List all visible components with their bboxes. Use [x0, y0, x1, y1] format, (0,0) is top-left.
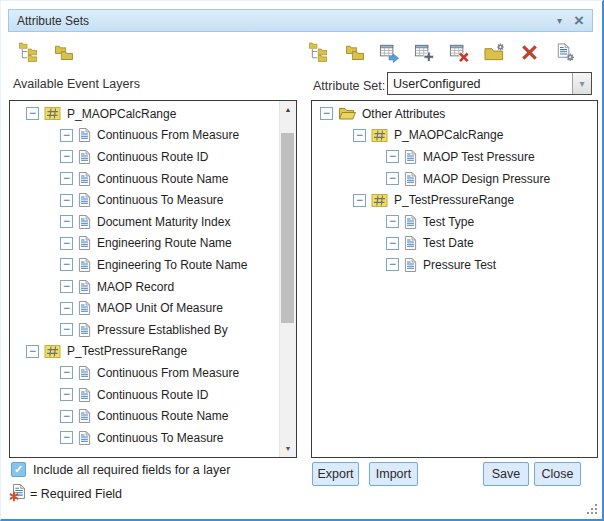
field-icon — [404, 149, 417, 165]
folders-icon — [53, 42, 74, 63]
collapse-icon[interactable]: − — [26, 107, 39, 120]
collapse-icon[interactable]: − — [60, 215, 73, 228]
collapse-icon[interactable]: − — [60, 410, 73, 423]
expand-event-layers-tree-button[interactable] — [17, 40, 41, 64]
toolbar — [8, 40, 593, 66]
include-required-fields-label: Include all required fields for a layer — [33, 463, 230, 477]
delete-attribute-set-button[interactable] — [517, 40, 541, 64]
collapse-icon[interactable]: − — [320, 107, 333, 120]
available-event-layers-label: Available Event Layers — [13, 77, 140, 91]
tree-item[interactable]: −Engineering To Route Name — [10, 254, 280, 276]
import-button[interactable]: Import — [369, 462, 418, 486]
window-menu-icon[interactable]: ▾ — [557, 15, 562, 26]
collapse-icon[interactable]: − — [60, 323, 73, 336]
field-icon — [78, 279, 91, 295]
collapse-icon[interactable]: − — [386, 215, 399, 228]
scroll-down-icon[interactable]: ▼ — [280, 441, 296, 456]
tree-item[interactable]: −Continuous From Measure — [10, 125, 280, 147]
table-add-icon — [414, 42, 435, 63]
field-icon — [404, 257, 417, 273]
save-button[interactable]: Save — [483, 462, 529, 486]
export-button[interactable]: Export — [312, 462, 359, 486]
tree-item[interactable]: −Continuous To Measure — [10, 427, 280, 449]
tree-item[interactable]: −Continuous Route Name — [10, 405, 280, 427]
document-gear-icon — [554, 42, 575, 63]
event-layer-icon — [44, 106, 61, 121]
field-icon — [404, 171, 417, 187]
group-attribute-folders-button[interactable] — [342, 40, 366, 64]
tree-item[interactable]: −MAOP Record — [10, 276, 280, 298]
close-button[interactable]: Close — [534, 462, 581, 486]
tree-item[interactable]: −Test Type — [312, 211, 597, 233]
tree-item[interactable]: −Continuous Route ID — [10, 146, 280, 168]
collapse-icon[interactable]: − — [60, 302, 73, 315]
tree-item[interactable]: −Pressure Test — [312, 254, 597, 276]
tree-item[interactable]: −MAOP Unit Of Measure — [10, 297, 280, 319]
collapse-icon[interactable]: − — [60, 194, 73, 207]
tree-item[interactable]: −Continuous To Measure — [10, 189, 280, 211]
field-icon — [78, 127, 91, 143]
toolbar-right-group — [307, 40, 576, 64]
dropdown-arrow-icon[interactable]: ▾ — [572, 73, 591, 94]
field-icon — [404, 235, 417, 251]
attribute-set-value: UserConfigured — [388, 77, 572, 91]
scrollbar-thumb[interactable] — [281, 133, 294, 323]
scroll-up-icon[interactable]: ▲ — [280, 102, 296, 117]
tree-item[interactable]: −MAOP Test Pressure — [312, 146, 597, 168]
collapse-icon[interactable]: − — [60, 280, 73, 293]
attribute-set-properties-button[interactable] — [552, 40, 576, 64]
collapse-icon[interactable]: − — [26, 345, 39, 358]
collapse-icon[interactable]: − — [386, 237, 399, 250]
toolbar-left-group — [17, 40, 75, 64]
tree-item[interactable]: −MAOP Design Pressure — [312, 168, 597, 190]
new-attribute-set-button[interactable] — [482, 40, 506, 64]
tree-item[interactable]: −Test Date — [312, 233, 597, 255]
collapse-icon[interactable]: − — [353, 129, 366, 142]
collapse-icon[interactable]: − — [60, 388, 73, 401]
attribute-set-panel: −Other Attributes −P_MAOPCalcRange −MAOP… — [311, 100, 598, 458]
red-x-icon — [519, 42, 540, 63]
tree-item[interactable]: −Other Attributes — [312, 103, 597, 125]
field-icon — [404, 214, 417, 230]
field-icon — [78, 149, 91, 165]
required-field-legend: = Required Field — [30, 487, 122, 501]
tree-item[interactable]: −P_TestPressureRange — [312, 189, 597, 211]
tree-item[interactable]: −Engineering Route Name — [10, 233, 280, 255]
collapse-icon[interactable]: − — [60, 431, 73, 444]
dialog-titlebar: Attribute Sets ▾ × — [8, 9, 593, 32]
tree-item[interactable]: −P_MAOPCalcRange — [312, 125, 597, 147]
collapse-icon[interactable]: − — [386, 258, 399, 271]
include-required-fields-checkbox[interactable]: ✓ — [11, 462, 26, 477]
collapse-icon[interactable]: − — [386, 150, 399, 163]
tree-item[interactable]: −Continuous From Measure — [10, 362, 280, 384]
field-icon — [78, 408, 91, 424]
close-window-icon[interactable]: × — [574, 13, 584, 28]
collapse-icon[interactable]: − — [60, 172, 73, 185]
remove-table-button[interactable] — [447, 40, 471, 64]
tree-item[interactable]: −P_TestPressureRange — [10, 341, 280, 363]
tree-item[interactable]: −Continuous Route ID — [10, 384, 280, 406]
field-icon — [78, 365, 91, 381]
group-event-layers-button[interactable] — [51, 40, 75, 64]
expand-tree-icon — [19, 42, 40, 63]
attribute-set-select[interactable]: UserConfigured ▾ — [387, 72, 592, 95]
left-tree: −P_MAOPCalcRange −Continuous From Measur… — [10, 103, 280, 449]
collapse-icon[interactable]: − — [60, 366, 73, 379]
tree-item[interactable]: −Document Maturity Index — [10, 211, 280, 233]
collapse-icon[interactable]: − — [386, 172, 399, 185]
tree-item[interactable]: −P_MAOPCalcRange — [10, 103, 280, 125]
collapse-icon[interactable]: − — [60, 237, 73, 250]
collapse-icon[interactable]: − — [60, 150, 73, 163]
collapse-icon[interactable]: − — [353, 194, 366, 207]
add-table-button[interactable] — [412, 40, 436, 64]
expand-attribute-tree-button[interactable] — [307, 40, 331, 64]
resize-grip[interactable] — [587, 504, 598, 515]
export-table-button[interactable] — [377, 40, 401, 64]
available-event-layers-panel: −P_MAOPCalcRange −Continuous From Measur… — [9, 100, 297, 458]
collapse-icon[interactable]: − — [60, 258, 73, 271]
expand-tree-icon — [309, 42, 330, 63]
left-panel-scrollbar[interactable]: ▲ ▼ — [279, 101, 296, 457]
tree-item[interactable]: −Continuous Route Name — [10, 168, 280, 190]
tree-item[interactable]: −Pressure Established By — [10, 319, 280, 341]
collapse-icon[interactable]: − — [60, 129, 73, 142]
